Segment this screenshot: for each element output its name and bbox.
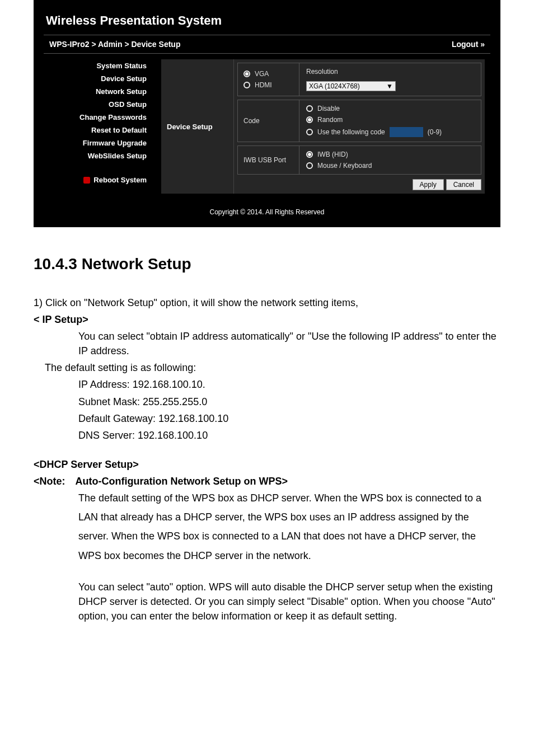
resolution-value: XGA (1024X768)	[309, 82, 360, 90]
note-title: Auto-Configuration Network Setup on WPS>	[76, 474, 288, 489]
reboot-system-link[interactable]: Reboot System	[44, 176, 156, 184]
panel-title: Device Setup	[161, 59, 234, 194]
resolution-label: Resolution	[306, 68, 474, 76]
power-icon	[83, 177, 90, 184]
code-group: Code Disable Random	[237, 100, 481, 142]
device-setup-screenshot: Wireless Presentation System WPS-IPro2 >…	[34, 0, 500, 227]
default-setting-intro: The default setting is as following:	[34, 360, 500, 375]
iwb-label: IWB USB Port	[243, 156, 293, 164]
device-setup-panel: Device Setup VGA HDMI	[161, 59, 485, 194]
step-1-text: 1) Click on "Network Setup" option, it w…	[34, 295, 500, 310]
resolution-select[interactable]: XGA (1024X768) ▼	[306, 81, 396, 91]
radio-mouse-keyboard[interactable]: Mouse / Keyboard	[306, 162, 474, 170]
radio-code-disable[interactable]: Disable	[306, 105, 474, 112]
auto-option-paragraph: You can select "auto" option. WPS will a…	[34, 580, 500, 623]
sidebar-item-change-passwords[interactable]: Change Passwords	[44, 111, 156, 124]
sidebar-item-webslides-setup[interactable]: WebSlides Setup	[44, 149, 156, 162]
radio-vga[interactable]: VGA	[243, 70, 293, 78]
sidebar-item-network-setup[interactable]: Network Setup	[44, 85, 156, 98]
admin-sidebar: System Status Device Setup Network Setup…	[44, 54, 156, 200]
note-body: The default setting of the WPS box as DH…	[34, 489, 500, 565]
section-heading: 10.4.3 Network Setup	[34, 255, 500, 273]
reboot-label: Reboot System	[93, 176, 147, 184]
radio-code-random[interactable]: Random	[306, 116, 474, 124]
breadcrumb-bar: WPS-IPro2 > Admin > Device Setup Logout …	[44, 35, 490, 54]
radio-code-custom[interactable]: Use the following code (0-9)	[306, 127, 474, 137]
sidebar-item-firmware-upgrade[interactable]: Firmware Upgrade	[44, 137, 156, 149]
cancel-button[interactable]: Cancel	[446, 179, 481, 190]
default-gateway: Default Gateway: 192.168.100.10	[34, 411, 500, 426]
dhcp-setup-label: <DHCP Server Setup>	[34, 457, 500, 472]
radio-icon	[306, 162, 313, 169]
sidebar-item-reset-default[interactable]: Reset to Default	[44, 124, 156, 137]
iwb-group: IWB USB Port IWB (HID) Mouse / Keyboard	[237, 145, 481, 175]
code-label: Code	[243, 117, 293, 125]
breadcrumb: WPS-IPro2 > Admin > Device Setup	[49, 40, 180, 49]
radio-icon	[306, 105, 313, 112]
radio-iwb-hid[interactable]: IWB (HID)	[306, 151, 474, 158]
sidebar-item-system-status[interactable]: System Status	[44, 59, 156, 72]
radio-icon	[243, 82, 250, 88]
default-subnet-mask: Subnet Mask: 255.255.255.0	[34, 395, 500, 409]
copyright-text: Copyright © 2014. All Rights Reserved	[44, 200, 490, 217]
output-resolution-group: VGA HDMI Resolution XGA (1024X7	[237, 63, 481, 96]
ip-setup-label: < IP Setup>	[34, 312, 500, 327]
ip-setup-description: You can select "obtain IP address automa…	[34, 329, 500, 358]
default-dns-server: DNS Server: 192.168.100.10	[34, 428, 500, 443]
code-input[interactable]	[390, 127, 423, 137]
default-ip-address: IP Address: 192.168.100.10.	[34, 377, 500, 392]
sidebar-item-osd-setup[interactable]: OSD Setup	[44, 98, 156, 111]
code-range-hint: (0-9)	[428, 128, 442, 136]
system-title: Wireless Presentation System	[44, 10, 490, 35]
apply-button[interactable]: Apply	[413, 179, 444, 190]
radio-icon	[306, 116, 313, 123]
radio-icon	[243, 71, 250, 77]
sidebar-item-device-setup[interactable]: Device Setup	[44, 72, 156, 85]
note-prefix: <Note:	[34, 474, 65, 489]
chevron-down-icon: ▼	[386, 82, 393, 90]
radio-icon	[306, 129, 313, 135]
logout-link[interactable]: Logout »	[452, 40, 485, 49]
radio-icon	[306, 151, 313, 158]
radio-hdmi[interactable]: HDMI	[243, 81, 293, 89]
